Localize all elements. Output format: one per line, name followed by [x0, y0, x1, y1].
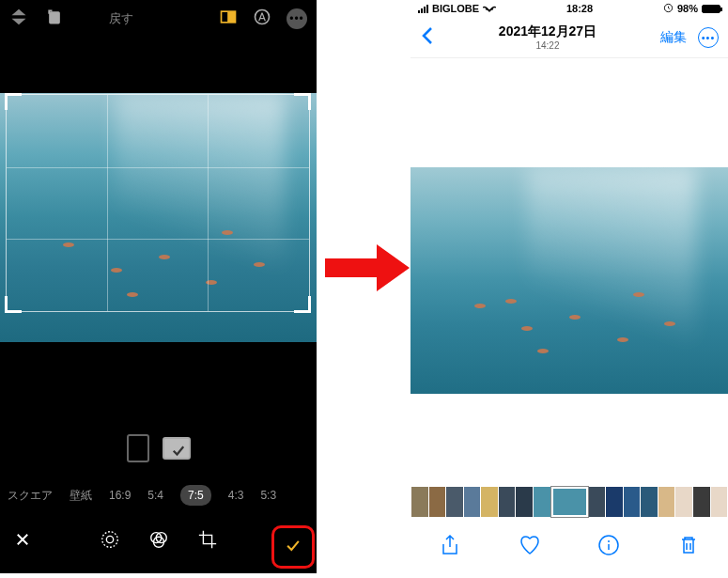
more-icon[interactable]: •••: [698, 27, 719, 48]
svg-point-12: [608, 540, 610, 542]
undo-button[interactable]: 戻す: [109, 10, 133, 27]
svg-point-3: [256, 10, 270, 24]
battery-icon: [702, 5, 720, 13]
ratio-option[interactable]: 5:3: [260, 489, 276, 502]
orientation-controls: [0, 434, 317, 462]
ratio-option[interactable]: 7:5: [180, 485, 211, 506]
status-bar: BIGLOBE 18:28 98%: [410, 0, 728, 17]
info-icon[interactable]: [597, 534, 620, 560]
view-bottom-bar: [410, 526, 728, 568]
svg-rect-0: [50, 12, 59, 23]
svg-rect-2: [227, 11, 235, 23]
crop-frame[interactable]: [6, 94, 310, 312]
ratio-option[interactable]: 16:9: [109, 489, 131, 502]
more-icon[interactable]: •••: [287, 8, 307, 29]
thumbnail[interactable]: [516, 487, 533, 517]
ratio-option[interactable]: 4:3: [228, 489, 244, 502]
thumbnail[interactable]: [675, 487, 692, 517]
wifi-icon: [483, 3, 496, 14]
photo-display[interactable]: [410, 167, 728, 394]
arrow-icon: [325, 244, 410, 295]
svg-point-9: [488, 9, 490, 11]
battery-pct: 98%: [677, 3, 698, 14]
thumbnail[interactable]: [606, 487, 623, 517]
cancel-icon[interactable]: [14, 531, 31, 552]
svg-point-4: [101, 532, 117, 548]
ratio-option[interactable]: スクエア: [8, 488, 53, 504]
thumbnail[interactable]: [658, 487, 675, 517]
thumbnail-strip[interactable]: [410, 487, 728, 517]
thumbnail[interactable]: [464, 487, 481, 517]
edit-bottom-bar: [0, 519, 317, 564]
ratio-option[interactable]: 壁紙: [70, 488, 92, 504]
share-icon[interactable]: [439, 534, 461, 560]
thumbnail[interactable]: [711, 487, 728, 517]
portrait-button[interactable]: [127, 434, 149, 462]
carrier-label: BIGLOBE: [432, 3, 479, 14]
landscape-button[interactable]: [163, 437, 191, 460]
svg-point-5: [106, 536, 113, 542]
edit-screen: 戻す •••: [0, 0, 317, 573]
thumbnail[interactable]: [624, 487, 641, 517]
crop-icon[interactable]: [197, 529, 218, 554]
markup-icon[interactable]: [253, 8, 271, 30]
thumbnail[interactable]: [429, 487, 446, 517]
aspect-ratio-row: スクエア壁紙16:95:47:54:35:3: [0, 485, 317, 506]
flip-vertical-icon[interactable]: [9, 8, 28, 30]
confirm-button-highlight: [271, 525, 315, 569]
thumbnail[interactable]: [411, 487, 428, 517]
nav-bar: 2021年12月27日 14:22 編集 •••: [410, 17, 728, 58]
heart-icon[interactable]: [519, 534, 541, 560]
back-icon[interactable]: [420, 25, 435, 50]
filters-icon[interactable]: [148, 529, 169, 554]
thumbnail[interactable]: [693, 487, 710, 517]
thumbnail[interactable]: [481, 487, 498, 517]
edit-button[interactable]: 編集: [660, 29, 687, 46]
thumbnail[interactable]: [589, 487, 606, 517]
signal-icon: [418, 5, 428, 13]
ratio-option[interactable]: 5:4: [147, 489, 163, 502]
thumbnail[interactable]: [551, 487, 588, 517]
confirm-icon[interactable]: [284, 536, 302, 558]
edit-topbar: 戻す •••: [0, 0, 317, 38]
status-time: 18:28: [566, 3, 593, 14]
trash-icon[interactable]: [677, 534, 700, 560]
thumbnail[interactable]: [446, 487, 463, 517]
thumbnail[interactable]: [499, 487, 516, 517]
rotate-icon[interactable]: [45, 8, 64, 30]
thumbnail[interactable]: [534, 487, 550, 517]
adjust-icon[interactable]: [100, 529, 120, 554]
photo-time: 14:22: [499, 40, 596, 51]
rotation-lock-icon: [663, 3, 674, 15]
crop-area[interactable]: [0, 42, 317, 345]
view-screen: BIGLOBE 18:28 98% 2021年12月27日 14:22: [410, 0, 728, 573]
aspect-ratio-icon[interactable]: [219, 8, 238, 30]
photo-date: 2021年12月27日: [499, 23, 596, 40]
thumbnail[interactable]: [641, 487, 658, 517]
